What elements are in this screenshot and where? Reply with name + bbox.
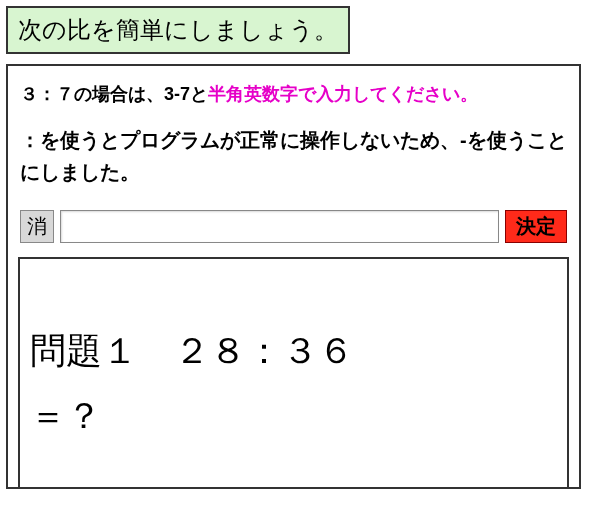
answer-input[interactable] xyxy=(60,210,499,243)
problem-line-1: 問題１ ２８：３６ xyxy=(30,319,557,384)
instruction-highlight-text: 半角英数字で入力してください。 xyxy=(208,84,478,104)
instruction-example-text: ３：７の場合は、3-7と xyxy=(20,84,208,104)
input-row: 消 決定 xyxy=(20,210,567,243)
main-panel: ３：７の場合は、3-7と半角英数字で入力してください。 ：を使うとプログラムが正… xyxy=(6,64,581,489)
problem-line-2: ＝？ xyxy=(30,384,557,449)
submit-button[interactable]: 決定 xyxy=(505,210,567,243)
instruction-line-2: ：を使うとプログラムが正常に操作しないため、-を使うことにしました。 xyxy=(20,124,567,188)
instruction-line-1: ３：７の場合は、3-7と半角英数字で入力してください。 xyxy=(20,82,567,106)
page-title: 次の比を簡単にしましょう。 xyxy=(6,6,350,54)
problem-display: 問題１ ２８：３６ ＝？ xyxy=(18,257,569,487)
clear-button[interactable]: 消 xyxy=(20,210,54,243)
